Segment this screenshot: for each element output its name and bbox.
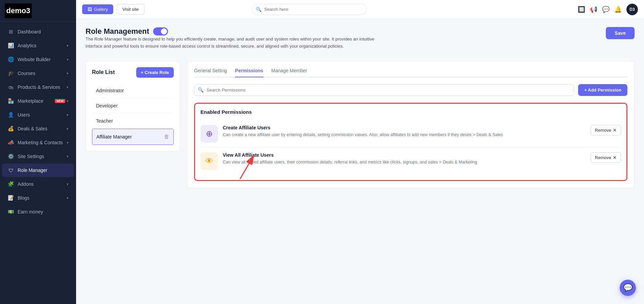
role-list-header: Role List + Create Role: [92, 67, 174, 78]
sidebar-item-addons[interactable]: 🧩 Addons ▾: [2, 177, 74, 191]
role-delete-icon[interactable]: 🗑: [164, 134, 169, 140]
topbar-icons: 🔲 📢 💬 🔔 D3: [578, 4, 638, 15]
sidebar-item-analytics[interactable]: 📊 Analytics ▾: [2, 39, 74, 52]
addons-icon: 🧩: [7, 181, 14, 187]
deals-icon: 💰: [7, 125, 14, 132]
sidebar-item-label: Products & Services: [18, 84, 67, 90]
main-wrap: 🖼 Gallery Visit site 🔍 🔲 📢 💬 🔔 D3 Role M…: [76, 0, 644, 304]
sidebar-item-label: Addons: [18, 181, 67, 187]
sidebar: demo3 ⊞ Dashboard 📊 Analytics ▾ 🌐 Websit…: [0, 0, 76, 304]
gallery-icon: 🖼: [88, 7, 92, 12]
role-item-administrator[interactable]: Administrator: [92, 83, 174, 98]
perm-icon-create-affiliate: ⊕: [200, 125, 218, 143]
role-manager-icon: 🛡: [7, 167, 14, 174]
sidebar-item-courses[interactable]: 🎓 Courses ▾: [2, 67, 74, 80]
save-button[interactable]: Save: [606, 27, 635, 39]
sidebar-item-dashboard[interactable]: ⊞ Dashboard: [2, 25, 74, 39]
sidebar-item-label: Site Settings: [18, 154, 67, 159]
role-item-teacher[interactable]: Teacher: [92, 113, 174, 129]
sidebar-item-label: Users: [18, 112, 67, 118]
sidebar-item-label: Website Builder: [18, 57, 67, 62]
perm-content-create-affiliate: Create Affiliate Users Can create a new …: [223, 125, 586, 138]
sidebar-item-role-manager[interactable]: 🛡 Role Manager: [2, 163, 74, 177]
role-list-title: Role List: [92, 69, 115, 75]
dashboard-icon: ⊞: [7, 28, 14, 35]
badge-new: New: [55, 99, 65, 103]
sidebar-item-website-builder[interactable]: 🌐 Website Builder ▾: [2, 53, 74, 66]
sidebar-item-products[interactable]: 🛍 Products & Services ▾: [2, 80, 74, 94]
tab-permissions[interactable]: Permissions: [235, 68, 263, 77]
topbar-search-container: 🔍: [252, 4, 367, 15]
sidebar-item-earn-money[interactable]: 💵 Earn money: [2, 205, 74, 219]
remove-permission-button-view-affiliate[interactable]: Remove ✕: [591, 152, 621, 163]
sidebar-item-blogs[interactable]: 📝 Blogs ▾: [2, 191, 74, 205]
topbar: 🖼 Gallery Visit site 🔍 🔲 📢 💬 🔔 D3: [76, 0, 644, 19]
sidebar-item-deals[interactable]: 💰 Deals & Sales ▾: [2, 122, 74, 135]
perm-name-create-affiliate: Create Affiliate Users: [223, 125, 586, 130]
sidebar-logo: demo3: [0, 0, 76, 22]
sidebar-item-site-settings[interactable]: ⚙️ Site Settings ▾: [2, 150, 74, 163]
permission-search-icon: 🔍: [198, 87, 204, 93]
chat-fab-icon: 💬: [623, 283, 633, 292]
permission-search-input[interactable]: [194, 84, 574, 96]
sidebar-item-users[interactable]: 👤 Users ▾: [2, 108, 74, 122]
permissions-panel: General SettingPermissionsManage Member …: [187, 61, 635, 188]
sidebar-item-label: Marketing & Contacts: [18, 140, 67, 145]
tab-manage-member[interactable]: Manage Member: [271, 68, 307, 77]
sidebar-item-label: Dashboard: [18, 29, 69, 34]
avatar-label: D3: [629, 7, 635, 12]
gallery-label: Gallery: [94, 7, 108, 12]
analytics-icon: 📊: [7, 42, 14, 49]
role-item-developer[interactable]: Developer: [92, 98, 174, 113]
marketing-icon: 📣: [7, 139, 14, 146]
role-management-toggle[interactable]: [153, 27, 168, 35]
remove-permission-button-create-affiliate[interactable]: Remove ✕: [591, 125, 621, 135]
sidebar-item-marketplace[interactable]: 🏪 Marketplace New ▾: [2, 94, 74, 108]
chevron-icon: ▾: [67, 113, 69, 117]
chevron-icon: ▾: [67, 127, 69, 131]
sidebar-item-marketing[interactable]: 📣 Marketing & Contacts ▾: [2, 136, 74, 149]
logo-box[interactable]: demo3: [5, 3, 32, 18]
enabled-permissions-title: Enabled Permissions: [200, 109, 621, 115]
sidebar-item-label: Earn money: [18, 209, 69, 214]
gallery-button[interactable]: 🖼 Gallery: [82, 4, 113, 14]
perm-desc-create-affiliate: Can create a new affiliate user by enter…: [223, 132, 586, 138]
topbar-search-input[interactable]: [252, 4, 367, 15]
tab-general[interactable]: General Setting: [194, 68, 227, 77]
sidebar-item-label: Courses: [18, 71, 67, 76]
role-layout: Role List + Create Role AdministratorDev…: [86, 61, 635, 188]
permissions-tabs: General SettingPermissionsManage Member: [194, 68, 627, 77]
sidebar-item-label: Deals & Sales: [18, 126, 67, 131]
perm-content-view-affiliate: View All Affiliate Users Can view all ad…: [223, 152, 586, 166]
sidebar-item-label: Analytics: [18, 43, 67, 48]
chat-icon[interactable]: 💬: [602, 6, 610, 13]
topbar-search-icon: 🔍: [256, 7, 262, 12]
main-content: Role Management The Role Manager feature…: [76, 19, 644, 304]
role-list-panel: Role List + Create Role AdministratorDev…: [86, 61, 180, 151]
chevron-icon: ▾: [67, 196, 69, 200]
chevron-icon: ▾: [67, 57, 69, 62]
role-item-label: Teacher: [96, 118, 113, 124]
users-icon: 👤: [7, 111, 14, 118]
role-item-label: Affiliate Manager: [96, 134, 132, 140]
chat-fab-button[interactable]: 💬: [620, 280, 636, 296]
chevron-icon: ▾: [67, 182, 69, 186]
create-role-button[interactable]: + Create Role: [136, 67, 174, 78]
avatar[interactable]: D3: [626, 4, 638, 15]
add-permission-button[interactable]: + Add Permission: [578, 84, 627, 96]
products-icon: 🛍: [7, 84, 14, 91]
bell-icon[interactable]: 🔔: [614, 6, 622, 13]
megaphone-icon[interactable]: 📢: [590, 6, 597, 13]
permission-card-create-affiliate: ⊕ Create Affiliate Users Can create a ne…: [200, 120, 621, 148]
sidebar-item-label: Marketplace: [18, 98, 55, 104]
role-list-items: AdministratorDeveloperTeacherAffiliate M…: [92, 83, 174, 145]
info-icon[interactable]: 🔲: [578, 6, 585, 13]
role-item-label: Administrator: [96, 88, 124, 93]
chevron-icon: ▾: [67, 85, 69, 90]
chevron-icon: ▾: [67, 141, 69, 145]
site-settings-icon: ⚙️: [7, 153, 14, 160]
search-add-row: 🔍 + Add Permission: [194, 84, 627, 96]
role-item-affiliate-manager[interactable]: Affiliate Manager🗑: [92, 129, 174, 145]
visit-site-button[interactable]: Visit site: [117, 4, 144, 15]
permission-card-view-affiliate: 👁 View All Affiliate Users Can view all …: [200, 148, 621, 175]
